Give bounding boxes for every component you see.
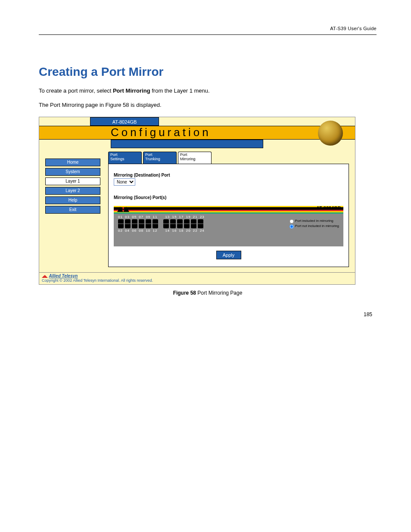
intro-paragraph-2: The Port Mirroring page in Figure 58 is … bbox=[39, 101, 377, 109]
globe-icon bbox=[318, 121, 343, 146]
port-jack[interactable] bbox=[146, 224, 151, 228]
port-jack[interactable] bbox=[191, 219, 196, 224]
tab-port-settings[interactable]: PortSettings bbox=[108, 152, 142, 164]
port-jack[interactable] bbox=[153, 219, 158, 224]
figure-caption: Figure 58 Port Mirroring Page bbox=[39, 290, 377, 296]
legend-included-label: Port included in mirroring bbox=[295, 219, 333, 223]
intro-text-prefix: To create a port mirror, select bbox=[39, 87, 113, 94]
footer-brand: Allied Telesyn bbox=[49, 274, 78, 278]
port-jack[interactable] bbox=[139, 219, 144, 224]
port-jack[interactable] bbox=[177, 219, 183, 224]
port-numbers-bottom: 02 04 06 08 10 12 14 16 18 20 22 24 bbox=[118, 229, 205, 233]
nav-item-system[interactable]: System bbox=[45, 168, 100, 176]
port-jack[interactable] bbox=[132, 219, 137, 224]
port-jack[interactable] bbox=[153, 224, 158, 228]
sidebar-nav: HomeSystemLayer 1Layer 2HelpExit bbox=[45, 159, 100, 267]
page-title: Configuration bbox=[111, 126, 211, 139]
port-diagram-model: AT-8024GB bbox=[316, 205, 341, 211]
port-jack[interactable] bbox=[125, 224, 131, 228]
nav-item-home[interactable]: Home bbox=[45, 159, 100, 166]
model-tab: AT-8024GB bbox=[90, 117, 159, 126]
legend-excluded[interactable]: Port not included in mirroring bbox=[290, 224, 339, 229]
screenshot-port-mirroring: AT-8024GB Configuration HomeSystemLayer … bbox=[39, 117, 355, 285]
legend-excluded-label: Port not included in mirroring bbox=[295, 224, 339, 228]
intro-paragraph-1: To create a port mirror, select Port Mir… bbox=[39, 87, 377, 95]
figure-title: Port Mirroring Page bbox=[196, 290, 242, 296]
port-jack[interactable] bbox=[170, 219, 176, 224]
nav-item-layer-2[interactable]: Layer 2 bbox=[45, 187, 100, 195]
nav-item-exit[interactable]: Exit bbox=[45, 206, 100, 214]
tab-port-mirroring[interactable]: PortMirroring bbox=[178, 152, 212, 164]
port-legend: Port included in mirroring Port not incl… bbox=[290, 219, 339, 230]
port-diagram: AT-8024GB 01 03 05 07 09 11 13 15 17 19 … bbox=[114, 206, 343, 246]
apply-button[interactable]: Apply bbox=[216, 251, 241, 259]
screenshot-footer: ◢◣ Allied Telesyn Copyright © 2002 Allie… bbox=[39, 272, 355, 284]
port-jack[interactable] bbox=[170, 224, 176, 228]
port-jack[interactable] bbox=[177, 224, 183, 228]
port-jack[interactable] bbox=[118, 219, 124, 224]
intro-bold: Port Mirroring bbox=[113, 87, 150, 94]
legend-included[interactable]: Port included in mirroring bbox=[290, 219, 339, 224]
panel-port-mirroring: Mirroring (Destination) Port None Mirror… bbox=[108, 164, 349, 267]
legend-included-radio[interactable] bbox=[290, 219, 294, 224]
port-jack[interactable] bbox=[118, 224, 124, 228]
nav-item-help[interactable]: Help bbox=[45, 196, 100, 204]
port-jack[interactable] bbox=[184, 219, 190, 224]
running-head: AT-S39 User's Guide bbox=[39, 26, 377, 35]
tab-bar: PortSettingsPortTrunkingPortMirroring bbox=[108, 152, 349, 164]
dest-port-select[interactable]: None bbox=[114, 178, 135, 186]
port-jack[interactable] bbox=[132, 224, 137, 228]
port-numbers-top: 01 03 05 07 09 11 13 15 17 19 21 23 bbox=[118, 215, 205, 219]
source-ports-label: Mirroring (Source) Port(s) bbox=[114, 195, 343, 200]
tab-port-trunking[interactable]: PortTrunking bbox=[143, 152, 177, 164]
footer-copyright: Copyright © 2002 Allied Telesyn Internat… bbox=[42, 278, 153, 283]
port-jack[interactable] bbox=[184, 224, 190, 228]
figure-number: Figure 58 bbox=[173, 290, 196, 296]
legend-excluded-radio[interactable] bbox=[290, 224, 294, 229]
port-jack[interactable] bbox=[198, 219, 203, 224]
port-jack[interactable] bbox=[191, 224, 196, 228]
port-jack[interactable] bbox=[139, 224, 144, 228]
port-jack[interactable] bbox=[198, 224, 203, 228]
dest-port-label: Mirroring (Destination) Port bbox=[114, 173, 343, 177]
blue-subband bbox=[111, 140, 263, 148]
port-jack[interactable] bbox=[163, 224, 169, 228]
brand-mark-icon bbox=[117, 207, 129, 212]
port-jack[interactable] bbox=[125, 219, 131, 224]
svg-point-0 bbox=[122, 207, 124, 209]
nav-item-layer-1[interactable]: Layer 1 bbox=[45, 177, 100, 185]
intro-text-suffix: from the Layer 1 menu. bbox=[150, 87, 210, 94]
page-number: 185 bbox=[364, 311, 372, 317]
section-title: Creating a Port Mirror bbox=[39, 65, 377, 79]
footer-logo-icon: ◢◣ bbox=[42, 274, 48, 278]
port-jack[interactable] bbox=[163, 219, 169, 224]
port-jack[interactable] bbox=[146, 219, 151, 224]
